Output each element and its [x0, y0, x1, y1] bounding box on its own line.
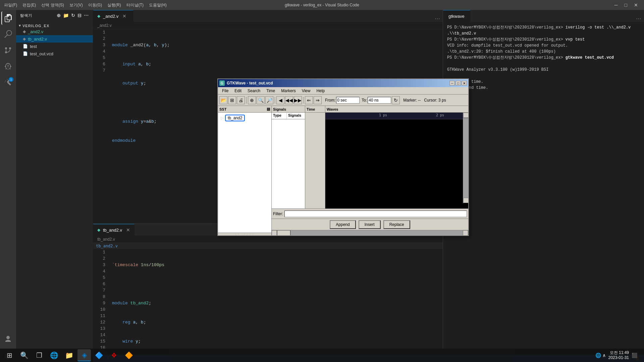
taskbar-explorer-btn[interactable]: 📁: [62, 349, 76, 361]
gtk-menu-file[interactable]: File: [219, 88, 231, 94]
taskbar-vscode-btn[interactable]: ◈: [77, 349, 91, 361]
window-controls[interactable]: ─ □ ✕: [612, 2, 640, 8]
gtk-prev-marker-btn[interactable]: ⇐: [305, 96, 313, 104]
tab-gtkwave[interactable]: gtkwave: [443, 10, 470, 22]
sidebar-header-icons[interactable]: ⊕ 📁 ↻ ⊟ ⋯: [57, 13, 89, 18]
gtk-next-marker-btn[interactable]: ⇒: [314, 96, 322, 104]
gtk-sst-item-root[interactable]: ▷ tb_and2: [219, 114, 270, 122]
gtk-close-btn[interactable]: ✕: [462, 81, 467, 85]
activity-explorer[interactable]: [1, 11, 15, 25]
terminal-content[interactable]: PS D:\NaverMYBOX\수성컴전자방\20230128\verilog…: [443, 22, 644, 355]
gtk-insert-btn[interactable]: Insert: [359, 220, 381, 229]
gtk-zoom-in-btn[interactable]: 🔍: [257, 96, 265, 104]
gtk-goto-end-btn[interactable]: ▶▶: [294, 96, 302, 104]
gtk-to-input[interactable]: [368, 97, 391, 104]
refresh-icon[interactable]: ↻: [71, 13, 75, 18]
gtk-vscrollbar[interactable]: ▲ ▼: [463, 113, 468, 203]
taskbar-start-btn[interactable]: ⊞: [3, 349, 16, 361]
gtk-prev-edge-btn[interactable]: ◀: [276, 96, 284, 104]
tree-item-tb-and2[interactable]: ◆ tb_and2.v: [16, 35, 93, 43]
activity-source-control[interactable]: [1, 44, 15, 57]
activity-extensions[interactable]: 1: [1, 76, 15, 89]
gtk-vscroll-down[interactable]: ▼: [463, 198, 468, 203]
gtk-replace-btn[interactable]: Replace: [383, 220, 410, 229]
new-folder-icon[interactable]: 📁: [63, 13, 69, 18]
gtk-print-btn[interactable]: 🖨: [237, 96, 245, 104]
gtk-menu-search[interactable]: Search: [245, 88, 263, 94]
more-icon[interactable]: ⋯: [84, 13, 89, 18]
gtk-menu-time[interactable]: Time: [264, 88, 278, 94]
tree-root-verilog-ex[interactable]: ▾ VERILOG_EX: [16, 23, 93, 28]
tree-item-and2[interactable]: ◆ _and2.v: [16, 28, 93, 35]
tab-close-and2[interactable]: ✕: [122, 13, 126, 19]
tab-close-tb[interactable]: ✕: [126, 227, 130, 233]
waves-canvas[interactable]: [325, 119, 468, 208]
gtk-reload-btn[interactable]: ⊞: [228, 96, 236, 104]
gtk-from-input[interactable]: [336, 97, 360, 104]
gtk-filter-input[interactable]: [284, 210, 467, 217]
signals-content-area: [272, 119, 305, 208]
activity-search[interactable]: [1, 27, 15, 41]
taskbar-notification[interactable]: ⬛: [632, 353, 637, 358]
gtk-marker-text: Marker: --: [403, 98, 421, 103]
gtk-refresh-btn[interactable]: ↻: [392, 96, 400, 104]
new-file-icon[interactable]: ⊕: [57, 13, 61, 18]
gtk-zoom-fit-btn[interactable]: ⊕: [248, 96, 256, 104]
taskbar-unknown3-btn[interactable]: 🔶: [122, 349, 136, 361]
menu-view[interactable]: 보기(V): [69, 2, 83, 8]
menu-goto[interactable]: 이동(G): [88, 2, 102, 8]
breadcrumb-tb[interactable]: tb_and2.v: [97, 237, 115, 242]
signals-label: Signals: [273, 107, 286, 111]
breadcrumb-and2[interactable]: _and2.v: [97, 23, 112, 28]
gtk-tree-expand[interactable]: ▷: [221, 116, 224, 120]
gtk-open-btn[interactable]: 📂: [219, 96, 227, 104]
gtk-hscroll-right[interactable]: ▶: [463, 230, 468, 236]
maximize-button[interactable]: □: [623, 2, 629, 8]
taskbar-edge-btn[interactable]: 🌐: [47, 349, 61, 361]
tree-item-test-out[interactable]: 📄 test_out.vcd: [16, 50, 93, 57]
activity-debug[interactable]: [1, 60, 15, 73]
menu-help[interactable]: 도움말(H): [149, 2, 167, 8]
collapse-icon[interactable]: ⊟: [77, 13, 82, 18]
tab-and2[interactable]: ◆ _and2.v ✕: [93, 10, 133, 22]
gtk-sst-resize-handle[interactable]: · · · · · · ·: [218, 233, 271, 235]
menu-bar[interactable]: 파일(F) 편집(E) 선택 영역(S) 보기(V) 이동(G) 실행(R) 터…: [4, 2, 167, 8]
gtk-maximize-btn[interactable]: □: [455, 81, 461, 85]
tab-tb-and2[interactable]: ◆ tb_and2.v ✕: [93, 224, 135, 236]
menu-terminal[interactable]: 터미널(T): [126, 2, 144, 8]
taskbar-taskview-btn[interactable]: ❐: [33, 349, 46, 361]
gtk-hscroll-thumb[interactable]: [277, 230, 290, 236]
gtk-menu-help[interactable]: Help: [314, 88, 327, 94]
terminal-cursor-line: [447, 91, 640, 97]
tab-menu-button[interactable]: ⋯: [432, 15, 443, 22]
panel-menu-btn[interactable]: ⋯: [633, 15, 644, 22]
explorer-icon: 📁: [65, 351, 73, 359]
gtk-hscroll-left[interactable]: ◀: [272, 230, 277, 236]
gtk-goto-start-btn[interactable]: ◀◀: [285, 96, 293, 104]
taskbar-unknown2-btn[interactable]: ❖: [107, 349, 121, 361]
taskbar-unknown1-btn[interactable]: 🔷: [92, 349, 106, 361]
gtk-zoom-out-btn[interactable]: 🔎: [265, 96, 273, 104]
gtk-vscroll-track[interactable]: [463, 118, 468, 198]
menu-file[interactable]: 파일(F): [4, 2, 17, 8]
gtk-module-chip[interactable]: tb_and2: [225, 115, 245, 121]
bottom-code-content[interactable]: `timescale 1ns/100ps module tb_and2; reg…: [109, 249, 443, 355]
activity-account[interactable]: [1, 333, 15, 346]
terminal-line-4: .\tb_and2.v:20: $finish called at 400 (1…: [447, 49, 640, 55]
gtk-vscroll-up[interactable]: ▲: [463, 113, 468, 118]
taskbar-search-btn[interactable]: 🔍: [17, 349, 31, 361]
gtk-minimize-btn[interactable]: ─: [449, 81, 455, 85]
gtk-menu-view[interactable]: View: [299, 88, 313, 94]
close-button[interactable]: ✕: [632, 2, 640, 8]
gtk-menu-edit[interactable]: Edit: [232, 88, 244, 94]
menu-select[interactable]: 선택 영역(S): [41, 2, 64, 8]
menu-edit[interactable]: 편집(E): [22, 2, 36, 8]
menu-run[interactable]: 실행(R): [107, 2, 121, 8]
tree-item-test[interactable]: 📄 test: [16, 43, 93, 50]
taskbar-clock[interactable]: 오전 11:49 2023-01-31: [608, 350, 629, 360]
minimize-button[interactable]: ─: [612, 2, 620, 8]
gtk-win-controls[interactable]: ─ □ ✕: [449, 81, 467, 85]
gtk-hscroll-track[interactable]: [277, 230, 463, 236]
gtk-append-btn[interactable]: Append: [330, 220, 356, 229]
gtk-menu-markers[interactable]: Markers: [278, 88, 298, 94]
